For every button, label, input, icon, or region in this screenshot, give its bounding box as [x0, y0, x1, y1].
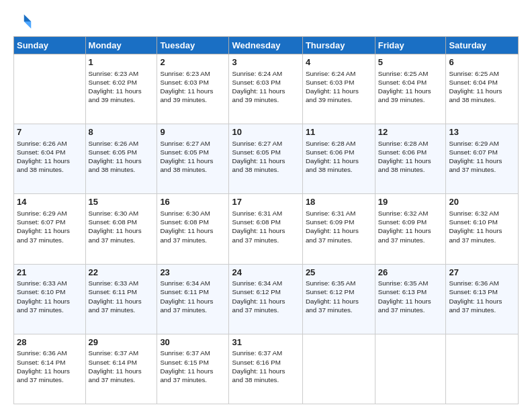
calendar-cell: 11Sunrise: 6:28 AM Sunset: 6:06 PM Dayli… — [302, 124, 375, 194]
day-info: Sunrise: 6:37 AM Sunset: 6:15 PM Dayligh… — [160, 349, 226, 384]
weekday-tuesday: Tuesday — [157, 37, 229, 54]
day-number: 9 — [160, 126, 226, 138]
day-info: Sunrise: 6:32 AM Sunset: 6:09 PM Dayligh… — [378, 209, 443, 244]
day-info: Sunrise: 6:23 AM Sunset: 6:03 PM Dayligh… — [160, 69, 226, 105]
calendar-cell: 10Sunrise: 6:27 AM Sunset: 6:05 PM Dayli… — [229, 124, 302, 194]
day-info: Sunrise: 6:24 AM Sunset: 6:03 PM Dayligh… — [232, 69, 299, 105]
calendar-cell: 31Sunrise: 6:37 AM Sunset: 6:16 PM Dayli… — [229, 334, 302, 404]
svg-marker-1 — [24, 21, 32, 29]
day-number: 26 — [378, 267, 443, 279]
day-info: Sunrise: 6:33 AM Sunset: 6:11 PM Dayligh… — [89, 279, 154, 314]
calendar-cell: 30Sunrise: 6:37 AM Sunset: 6:15 PM Dayli… — [157, 334, 229, 404]
calendar-cell — [302, 334, 375, 404]
calendar-table: SundayMondayTuesdayWednesdayThursdayFrid… — [13, 36, 519, 404]
day-info: Sunrise: 6:25 AM Sunset: 6:04 PM Dayligh… — [449, 69, 515, 105]
day-info: Sunrise: 6:35 AM Sunset: 6:12 PM Dayligh… — [306, 279, 372, 314]
calendar-cell: 26Sunrise: 6:35 AM Sunset: 6:13 PM Dayli… — [375, 264, 446, 334]
calendar-cell: 20Sunrise: 6:32 AM Sunset: 6:10 PM Dayli… — [446, 194, 519, 264]
calendar-cell: 1Sunrise: 6:23 AM Sunset: 6:02 PM Daylig… — [85, 54, 157, 124]
week-row-1: 1Sunrise: 6:23 AM Sunset: 6:02 PM Daylig… — [14, 54, 519, 124]
weekday-saturday: Saturday — [446, 37, 519, 54]
calendar-cell: 8Sunrise: 6:26 AM Sunset: 6:05 PM Daylig… — [85, 124, 157, 194]
day-number: 18 — [306, 196, 372, 208]
day-number: 15 — [89, 196, 154, 208]
day-info: Sunrise: 6:29 AM Sunset: 6:07 PM Dayligh… — [449, 139, 515, 175]
calendar-cell: 16Sunrise: 6:30 AM Sunset: 6:08 PM Dayli… — [157, 194, 229, 264]
day-info: Sunrise: 6:24 AM Sunset: 6:03 PM Dayligh… — [306, 69, 372, 105]
day-number: 21 — [17, 267, 83, 279]
svg-marker-0 — [24, 15, 32, 22]
logo-icon — [13, 12, 32, 31]
day-number: 16 — [160, 196, 226, 208]
calendar-cell: 6Sunrise: 6:25 AM Sunset: 6:04 PM Daylig… — [446, 54, 519, 124]
calendar-cell — [14, 54, 86, 124]
header — [13, 12, 519, 31]
day-info: Sunrise: 6:36 AM Sunset: 6:14 PM Dayligh… — [17, 349, 83, 384]
day-info: Sunrise: 6:37 AM Sunset: 6:16 PM Dayligh… — [232, 349, 299, 384]
day-info: Sunrise: 6:28 AM Sunset: 6:06 PM Dayligh… — [378, 139, 443, 175]
day-number: 25 — [306, 267, 372, 279]
day-number: 4 — [306, 56, 372, 68]
calendar-cell: 7Sunrise: 6:26 AM Sunset: 6:04 PM Daylig… — [14, 124, 86, 194]
day-info: Sunrise: 6:34 AM Sunset: 6:11 PM Dayligh… — [160, 279, 226, 314]
calendar-cell: 5Sunrise: 6:25 AM Sunset: 6:04 PM Daylig… — [375, 54, 446, 124]
day-info: Sunrise: 6:30 AM Sunset: 6:08 PM Dayligh… — [160, 209, 226, 244]
calendar-cell: 2Sunrise: 6:23 AM Sunset: 6:03 PM Daylig… — [157, 54, 229, 124]
day-number: 11 — [306, 126, 372, 138]
calendar-cell: 17Sunrise: 6:31 AM Sunset: 6:08 PM Dayli… — [229, 194, 302, 264]
day-info: Sunrise: 6:26 AM Sunset: 6:04 PM Dayligh… — [17, 139, 83, 175]
calendar-cell: 28Sunrise: 6:36 AM Sunset: 6:14 PM Dayli… — [14, 334, 86, 404]
calendar-cell: 29Sunrise: 6:37 AM Sunset: 6:14 PM Dayli… — [85, 334, 157, 404]
day-info: Sunrise: 6:26 AM Sunset: 6:05 PM Dayligh… — [89, 139, 154, 175]
week-row-3: 14Sunrise: 6:29 AM Sunset: 6:07 PM Dayli… — [14, 194, 519, 264]
calendar-cell: 14Sunrise: 6:29 AM Sunset: 6:07 PM Dayli… — [14, 194, 86, 264]
calendar-cell — [446, 334, 519, 404]
day-number: 27 — [449, 267, 515, 279]
day-info: Sunrise: 6:27 AM Sunset: 6:05 PM Dayligh… — [232, 139, 299, 175]
day-number: 17 — [232, 196, 299, 208]
day-number: 5 — [378, 56, 443, 68]
weekday-sunday: Sunday — [14, 37, 86, 54]
day-number: 12 — [378, 126, 443, 138]
calendar-cell: 23Sunrise: 6:34 AM Sunset: 6:11 PM Dayli… — [157, 264, 229, 334]
day-number: 2 — [160, 56, 226, 68]
weekday-friday: Friday — [375, 37, 446, 54]
day-number: 19 — [378, 196, 443, 208]
calendar-cell: 9Sunrise: 6:27 AM Sunset: 6:05 PM Daylig… — [157, 124, 229, 194]
day-number: 1 — [89, 56, 154, 68]
calendar-cell — [375, 334, 446, 404]
day-number: 29 — [89, 336, 154, 349]
day-number: 13 — [449, 126, 515, 138]
day-number: 3 — [232, 56, 299, 68]
weekday-wednesday: Wednesday — [229, 37, 302, 54]
day-info: Sunrise: 6:23 AM Sunset: 6:02 PM Dayligh… — [89, 69, 154, 105]
calendar-cell: 18Sunrise: 6:31 AM Sunset: 6:09 PM Dayli… — [302, 194, 375, 264]
day-number: 23 — [160, 267, 226, 279]
day-info: Sunrise: 6:29 AM Sunset: 6:07 PM Dayligh… — [17, 209, 83, 244]
weekday-thursday: Thursday — [302, 37, 375, 54]
weekday-monday: Monday — [85, 37, 157, 54]
day-info: Sunrise: 6:36 AM Sunset: 6:13 PM Dayligh… — [449, 279, 515, 314]
calendar-cell: 25Sunrise: 6:35 AM Sunset: 6:12 PM Dayli… — [302, 264, 375, 334]
day-info: Sunrise: 6:33 AM Sunset: 6:10 PM Dayligh… — [17, 279, 83, 314]
day-info: Sunrise: 6:31 AM Sunset: 6:09 PM Dayligh… — [306, 209, 372, 244]
day-info: Sunrise: 6:34 AM Sunset: 6:12 PM Dayligh… — [232, 279, 299, 314]
day-number: 20 — [449, 196, 515, 208]
day-number: 31 — [232, 336, 299, 349]
day-info: Sunrise: 6:28 AM Sunset: 6:06 PM Dayligh… — [306, 139, 372, 175]
day-number: 7 — [17, 126, 83, 138]
week-row-4: 21Sunrise: 6:33 AM Sunset: 6:10 PM Dayli… — [14, 264, 519, 334]
day-info: Sunrise: 6:32 AM Sunset: 6:10 PM Dayligh… — [449, 209, 515, 244]
day-number: 6 — [449, 56, 515, 68]
calendar-cell: 4Sunrise: 6:24 AM Sunset: 6:03 PM Daylig… — [302, 54, 375, 124]
day-info: Sunrise: 6:37 AM Sunset: 6:14 PM Dayligh… — [89, 349, 154, 384]
day-info: Sunrise: 6:31 AM Sunset: 6:08 PM Dayligh… — [232, 209, 299, 244]
logo — [13, 12, 35, 31]
calendar-cell: 13Sunrise: 6:29 AM Sunset: 6:07 PM Dayli… — [446, 124, 519, 194]
weekday-header-row: SundayMondayTuesdayWednesdayThursdayFrid… — [14, 37, 519, 54]
calendar-cell: 15Sunrise: 6:30 AM Sunset: 6:08 PM Dayli… — [85, 194, 157, 264]
day-number: 10 — [232, 126, 299, 138]
calendar-cell: 27Sunrise: 6:36 AM Sunset: 6:13 PM Dayli… — [446, 264, 519, 334]
calendar-cell: 19Sunrise: 6:32 AM Sunset: 6:09 PM Dayli… — [375, 194, 446, 264]
calendar-cell: 22Sunrise: 6:33 AM Sunset: 6:11 PM Dayli… — [85, 264, 157, 334]
